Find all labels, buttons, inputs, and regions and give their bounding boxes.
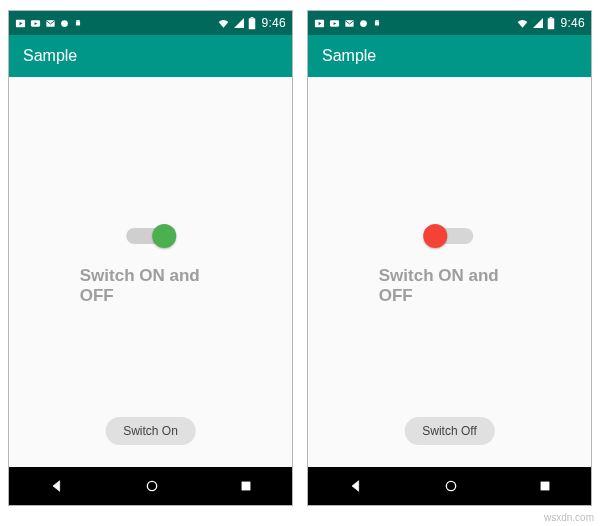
nav-home-icon[interactable] xyxy=(443,478,459,494)
status-bar: 9:46 xyxy=(308,11,591,35)
app-bar: Sample xyxy=(308,35,591,77)
nav-recent-icon[interactable] xyxy=(239,479,253,493)
nav-bar xyxy=(308,467,591,505)
status-bar-right: 9:46 xyxy=(217,16,286,30)
nav-back-icon[interactable] xyxy=(49,478,65,494)
switch-button[interactable]: Switch Off xyxy=(404,417,494,445)
app-bar: Sample xyxy=(9,35,292,77)
status-bar: 9:46 xyxy=(9,11,292,35)
switch-thumb xyxy=(153,224,177,248)
svg-rect-29 xyxy=(540,482,548,490)
svg-point-13 xyxy=(147,481,156,490)
nav-bar xyxy=(9,467,292,505)
youtube-icon xyxy=(30,18,41,29)
wifi-icon xyxy=(217,17,230,30)
wifi-icon xyxy=(516,17,529,30)
youtube-icon xyxy=(329,18,340,29)
switch-label: Switch ON and OFF xyxy=(379,266,521,306)
status-bar-left xyxy=(314,18,382,29)
svg-point-20 xyxy=(360,20,367,27)
play-icon xyxy=(15,18,26,29)
toggle-switch[interactable] xyxy=(123,222,179,250)
phone-frame-off: 9:46 Sample Switch ON and OFF Switch Off xyxy=(307,10,592,506)
svg-rect-6 xyxy=(76,21,80,25)
nav-back-icon[interactable] xyxy=(348,478,364,494)
svg-rect-26 xyxy=(550,17,553,18)
svg-point-28 xyxy=(446,481,455,490)
signal-icon xyxy=(233,17,245,29)
switch-button[interactable]: Switch On xyxy=(105,417,196,445)
android-icon xyxy=(73,18,83,28)
svg-marker-12 xyxy=(53,481,60,492)
svg-marker-24 xyxy=(533,18,543,28)
svg-rect-14 xyxy=(241,482,249,490)
nav-home-icon[interactable] xyxy=(144,478,160,494)
app-bar-title: Sample xyxy=(23,47,77,65)
svg-rect-10 xyxy=(249,18,256,29)
toggle-switch[interactable] xyxy=(422,222,478,250)
svg-rect-25 xyxy=(548,18,555,29)
switch-thumb xyxy=(424,224,448,248)
circle-icon xyxy=(60,19,69,28)
status-clock: 9:46 xyxy=(261,16,286,30)
screenshot-pair: 9:46 Sample Switch ON and OFF Switch On xyxy=(0,0,600,526)
content-area: Switch ON and OFF Switch On xyxy=(9,77,292,467)
mail-icon xyxy=(344,18,355,29)
android-icon xyxy=(372,18,382,28)
phone-frame-on: 9:46 Sample Switch ON and OFF Switch On xyxy=(8,10,293,506)
app-bar-title: Sample xyxy=(322,47,376,65)
svg-rect-21 xyxy=(375,21,379,25)
signal-icon xyxy=(532,17,544,29)
status-bar-right: 9:46 xyxy=(516,16,585,30)
switch-label: Switch ON and OFF xyxy=(80,266,222,306)
svg-marker-27 xyxy=(352,481,359,492)
svg-point-5 xyxy=(61,20,68,27)
status-clock: 9:46 xyxy=(560,16,585,30)
content-area: Switch ON and OFF Switch Off xyxy=(308,77,591,467)
battery-icon xyxy=(248,17,256,30)
circle-icon xyxy=(359,19,368,28)
center-group: Switch ON and OFF xyxy=(379,222,521,306)
svg-marker-9 xyxy=(234,18,244,28)
center-group: Switch ON and OFF xyxy=(80,222,222,306)
nav-recent-icon[interactable] xyxy=(538,479,552,493)
mail-icon xyxy=(45,18,56,29)
svg-rect-11 xyxy=(251,17,254,18)
watermark: wsxdn.com xyxy=(544,512,594,523)
play-icon xyxy=(314,18,325,29)
status-bar-left xyxy=(15,18,83,29)
battery-icon xyxy=(547,17,555,30)
